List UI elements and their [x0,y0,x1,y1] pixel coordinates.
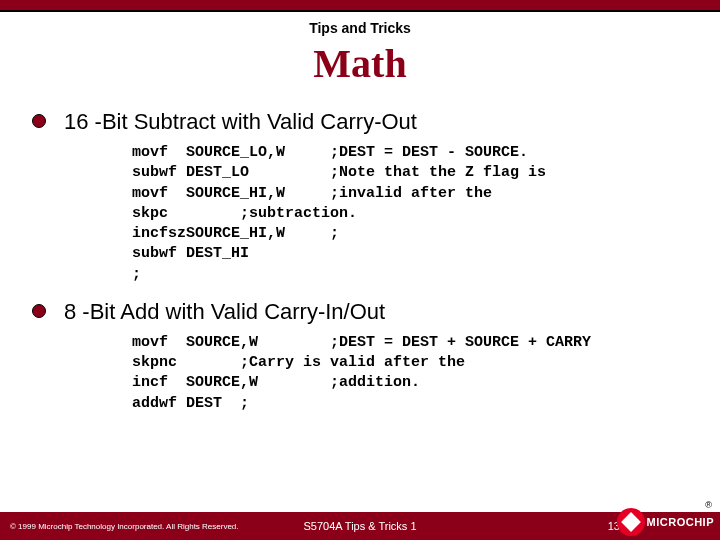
bullet-dot-icon [32,304,46,318]
top-accent-bar [0,0,720,12]
microchip-logo: MICROCHIP [617,508,714,536]
slide-header: Tips and Tricks Math [0,20,720,87]
bullet-dot-icon [32,114,46,128]
slide-content: 16 -Bit Subtract with Valid Carry-Out mo… [0,87,720,414]
code-block: movf SOURCE,W ;DEST = DEST + SOURCE + CA… [132,333,688,414]
copyright-text: © 1999 Microchip Technology Incorporated… [0,522,239,531]
footer-center-text: S5704A Tips & Tricks 1 [303,520,416,532]
kicker-text: Tips and Tricks [0,20,720,36]
slide-title: Math [0,40,720,87]
bullet-heading: 8 -Bit Add with Valid Carry-In/Out [64,299,385,325]
code-block: movf SOURCE_LO,W ;DEST = DEST - SOURCE. … [132,143,688,285]
bullet-heading: 16 -Bit Subtract with Valid Carry-Out [64,109,417,135]
logo-wordmark: MICROCHIP [647,516,714,528]
bullet-item: 8 -Bit Add with Valid Carry-In/Out [32,299,688,325]
bullet-item: 16 -Bit Subtract with Valid Carry-Out [32,109,688,135]
slide-footer: © 1999 Microchip Technology Incorporated… [0,512,720,540]
logo-chip-icon [617,508,645,536]
